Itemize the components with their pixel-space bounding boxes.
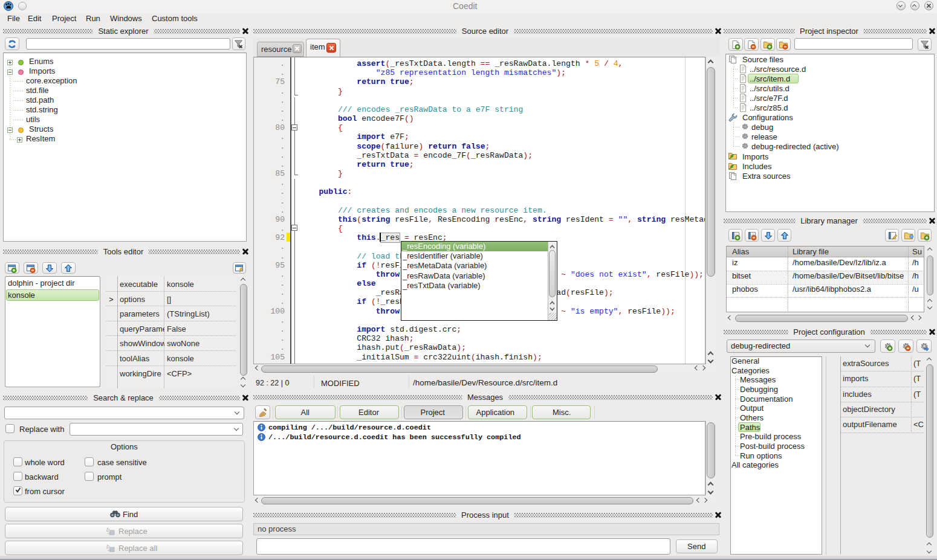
- svg-text:b: b: [106, 544, 109, 550]
- svg-text:b: b: [106, 527, 109, 533]
